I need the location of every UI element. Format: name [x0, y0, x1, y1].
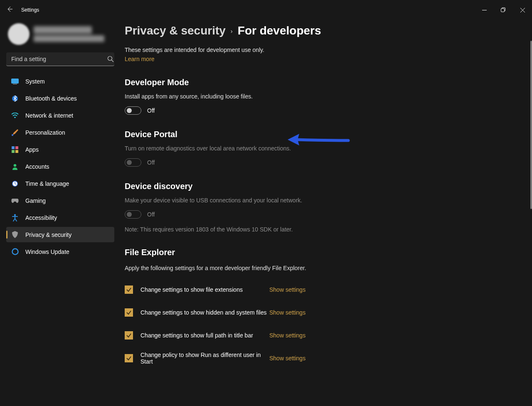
accessibility-icon — [11, 214, 19, 221]
developer-mode-section: Developer Mode Install apps from any sou… — [125, 78, 522, 115]
show-settings-link[interactable]: Show settings — [269, 332, 305, 339]
scrollbar[interactable] — [530, 41, 532, 209]
section-desc: Install apps from any source, including … — [125, 93, 522, 100]
person-icon — [11, 163, 19, 170]
maximize-icon — [501, 7, 506, 12]
option-label: Change settings to show file extensions — [140, 286, 269, 293]
shield-icon — [11, 231, 19, 239]
avatar — [8, 23, 30, 45]
search-icon — [107, 56, 114, 62]
svg-point-7 — [12, 134, 13, 135]
svg-rect-1 — [501, 9, 505, 12]
svg-point-12 — [14, 164, 17, 167]
check-icon — [126, 310, 132, 315]
checkbox[interactable] — [125, 285, 133, 294]
nav-label: Time & language — [25, 180, 69, 187]
show-settings-link[interactable]: Show settings — [269, 309, 305, 316]
svg-point-2 — [108, 57, 112, 61]
nav-privacy[interactable]: Privacy & security — [6, 227, 114, 242]
explorer-option-row: Change policy to show Run as different u… — [125, 347, 522, 369]
learn-more-link[interactable]: Learn more — [125, 56, 155, 62]
device-portal-toggle — [125, 158, 141, 167]
nav-label: Accounts — [25, 163, 49, 170]
section-desc: Turn on remote diagnostics over local ar… — [125, 145, 522, 152]
nav-label: Accessibility — [25, 214, 57, 221]
svg-rect-8 — [12, 146, 15, 149]
nav-update[interactable]: Windows Update — [6, 244, 114, 259]
section-desc: Make your device visible to USB connecti… — [125, 197, 522, 204]
nav-time[interactable]: Time & language — [6, 176, 114, 191]
section-title: Device discovery — [125, 182, 522, 191]
nav-apps[interactable]: Apps — [6, 142, 114, 157]
breadcrumb: Privacy & security › For developers — [125, 20, 522, 37]
svg-rect-9 — [15, 146, 18, 149]
nav-label: Bluetooth & devices — [25, 95, 77, 102]
section-desc: Apply the following settings for a more … — [125, 265, 522, 271]
check-icon — [126, 332, 132, 338]
show-settings-link[interactable]: Show settings — [269, 286, 305, 293]
nav-accessibility[interactable]: Accessibility — [6, 210, 114, 225]
search-input[interactable] — [6, 52, 114, 66]
show-settings-link[interactable]: Show settings — [269, 355, 305, 362]
device-portal-section: Device Portal Turn on remote diagnostics… — [125, 130, 522, 167]
chevron-right-icon: › — [231, 27, 233, 34]
titlebar: Settings — [0, 0, 532, 20]
minimize-icon — [482, 8, 487, 12]
nav-label: Apps — [25, 146, 39, 153]
svg-rect-3 — [12, 79, 19, 83]
svg-rect-11 — [15, 150, 18, 153]
toggle-state: Off — [147, 159, 155, 166]
nav-label: Personalization — [25, 129, 65, 136]
checkbox[interactable] — [125, 354, 133, 362]
toggle-state: Off — [147, 107, 155, 114]
user-name-redacted — [34, 26, 104, 42]
brush-icon — [11, 129, 19, 136]
checkbox[interactable] — [125, 308, 133, 317]
close-icon — [520, 8, 525, 12]
svg-point-6 — [14, 116, 16, 118]
nav-label: Gaming — [25, 197, 46, 204]
minimize-button[interactable] — [475, 2, 494, 18]
explorer-option-row: Change settings to show hidden and syste… — [125, 301, 522, 324]
maximize-button[interactable] — [494, 2, 513, 18]
nav-bluetooth[interactable]: Bluetooth & devices — [6, 91, 114, 106]
svg-point-16 — [12, 249, 18, 255]
device-discovery-section: Device discovery Make your device visibl… — [125, 182, 522, 233]
main-panel: Privacy & security › For developers Thes… — [125, 20, 532, 406]
update-icon — [11, 248, 19, 256]
close-button[interactable] — [513, 2, 532, 18]
back-button[interactable] — [6, 6, 13, 14]
nav-accounts[interactable]: Accounts — [6, 159, 114, 174]
nav-system[interactable]: System — [6, 74, 114, 89]
option-label: Change settings to show hidden and syste… — [140, 309, 269, 316]
checkbox[interactable] — [125, 331, 133, 340]
discovery-note: Note: This requires version 1803 of the … — [125, 226, 522, 233]
arrow-left-icon — [6, 6, 13, 12]
clock-icon — [11, 180, 19, 187]
device-discovery-toggle — [125, 210, 141, 219]
svg-rect-10 — [12, 150, 15, 153]
user-block[interactable] — [6, 20, 121, 52]
sidebar: System Bluetooth & devices Network & int… — [0, 20, 125, 406]
nav-label: System — [25, 78, 45, 85]
option-label: Change policy to show Run as different u… — [140, 352, 269, 365]
file-explorer-section: File Explorer Apply the following settin… — [125, 248, 522, 369]
nav-label: Privacy & security — [25, 231, 71, 238]
nav-gaming[interactable]: Gaming — [6, 193, 114, 208]
check-icon — [126, 287, 132, 293]
section-title: Device Portal — [125, 130, 522, 139]
page-title: For developers — [238, 24, 321, 37]
breadcrumb-parent[interactable]: Privacy & security — [125, 24, 226, 37]
explorer-option-row: Change settings to show file extensions … — [125, 278, 522, 301]
check-icon — [126, 355, 132, 361]
nav-network[interactable]: Network & internet — [6, 108, 114, 123]
svg-rect-4 — [13, 84, 17, 84]
developer-mode-toggle[interactable] — [125, 106, 141, 115]
section-title: Developer Mode — [125, 78, 522, 87]
nav-label: Windows Update — [25, 249, 69, 255]
explorer-option-row: Change settings to show full path in tit… — [125, 324, 522, 347]
window-title: Settings — [21, 7, 39, 13]
nav-personalization[interactable]: Personalization — [6, 125, 114, 140]
gamepad-icon — [11, 197, 19, 204]
wifi-icon — [11, 112, 19, 119]
